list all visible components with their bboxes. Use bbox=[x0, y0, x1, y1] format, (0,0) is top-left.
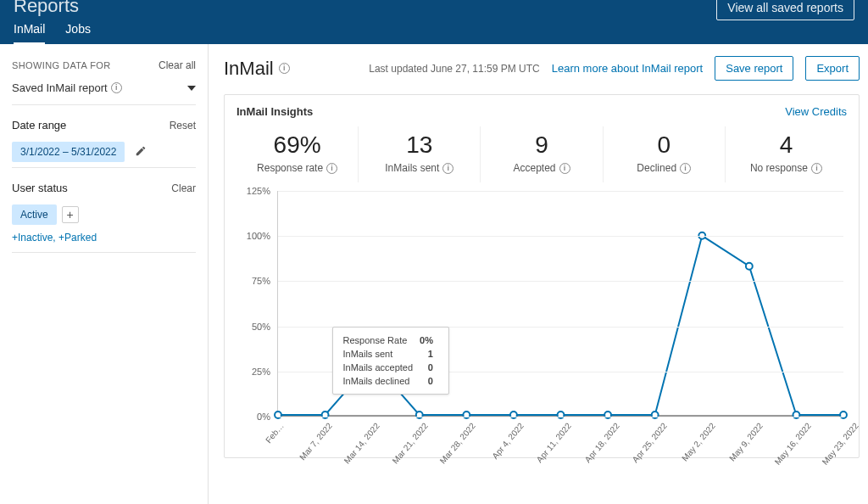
x-axis-tick: Apr 11, 2022 bbox=[535, 421, 573, 464]
showing-data-for-label: SHOWING DATA FOR bbox=[12, 60, 111, 70]
y-axis-tick: 25% bbox=[252, 367, 270, 377]
chevron-down-icon bbox=[187, 86, 196, 91]
info-icon[interactable]: i bbox=[442, 163, 453, 174]
learn-more-link[interactable]: Learn more about InMail report bbox=[552, 62, 703, 75]
svg-point-10 bbox=[746, 263, 753, 270]
metric-value: 9 bbox=[484, 132, 598, 159]
saved-report-dropdown[interactable]: Saved InMail report i bbox=[12, 76, 196, 99]
y-axis-tick: 75% bbox=[252, 276, 270, 286]
user-status-clear-link[interactable]: Clear bbox=[171, 182, 196, 194]
page-section-title: Reports bbox=[14, 0, 79, 17]
y-axis-tick: 100% bbox=[247, 231, 270, 241]
tab-inmail[interactable]: InMail bbox=[14, 15, 45, 44]
pencil-icon[interactable] bbox=[135, 145, 147, 160]
x-axis-tick: Apr 18, 2022 bbox=[582, 421, 620, 464]
add-status-button[interactable]: + bbox=[62, 206, 79, 223]
x-axis-tick: Feb… bbox=[264, 421, 286, 445]
metric-label: Declined bbox=[637, 162, 676, 174]
metric-label: Response rate bbox=[257, 162, 323, 174]
response-rate-chart: 0%25%50%75%100%125% Feb…Mar 7, 2022Mar 1… bbox=[236, 188, 847, 451]
panel-title: InMail Insights bbox=[236, 105, 313, 118]
metric-card: 13 InMails sent i bbox=[359, 126, 481, 182]
user-status-pill[interactable]: Active bbox=[12, 204, 57, 225]
x-axis-tick: May 9, 2022 bbox=[727, 421, 765, 462]
y-axis-tick: 0% bbox=[257, 412, 270, 422]
clear-all-link[interactable]: Clear all bbox=[159, 59, 196, 71]
metric-label: Accepted bbox=[513, 162, 555, 174]
x-axis-tick: May 16, 2022 bbox=[772, 421, 812, 467]
saved-report-label: Saved InMail report bbox=[12, 81, 108, 94]
y-axis-tick: 50% bbox=[252, 322, 270, 332]
info-icon[interactable]: i bbox=[811, 163, 822, 174]
divider bbox=[12, 167, 196, 168]
metric-label: InMails sent bbox=[385, 162, 439, 174]
divider bbox=[12, 252, 196, 253]
metric-value: 0 bbox=[607, 132, 721, 159]
metric-card: 4 No response i bbox=[726, 126, 847, 182]
filters-sidebar: SHOWING DATA FOR Clear all Saved InMail … bbox=[0, 44, 209, 504]
info-icon[interactable]: i bbox=[326, 163, 337, 174]
page-title: InMail bbox=[224, 58, 274, 80]
x-axis-tick: Apr 4, 2022 bbox=[490, 421, 526, 461]
x-axis-tick: Mar 28, 2022 bbox=[438, 421, 477, 465]
metric-label: No response bbox=[750, 162, 808, 174]
metric-card: 9 Accepted i bbox=[481, 126, 603, 182]
inactive-parked-link[interactable]: +Inactive, +Parked bbox=[12, 232, 97, 244]
divider bbox=[12, 104, 196, 105]
save-report-button[interactable]: Save report bbox=[715, 56, 793, 81]
view-all-saved-reports-button[interactable]: View all saved reports bbox=[716, 0, 854, 20]
x-axis-tick: May 23, 2022 bbox=[821, 421, 860, 467]
chart-tooltip: Response Rate0% InMails sent1 InMails ac… bbox=[332, 327, 449, 395]
info-icon[interactable]: i bbox=[680, 163, 691, 174]
x-axis-tick: Mar 21, 2022 bbox=[390, 421, 429, 465]
x-axis-tick: May 2, 2022 bbox=[680, 421, 717, 462]
metric-card: 69% Response rate i bbox=[236, 126, 359, 182]
date-range-pill[interactable]: 3/1/2022 – 5/31/2022 bbox=[12, 142, 125, 162]
metric-value: 69% bbox=[240, 132, 354, 159]
x-axis-tick: Apr 25, 2022 bbox=[631, 421, 669, 464]
metric-value: 13 bbox=[362, 132, 476, 159]
metric-value: 4 bbox=[729, 132, 843, 159]
view-credits-link[interactable]: View Credits bbox=[785, 105, 847, 118]
top-nav-bar: Reports View all saved reports InMail Jo… bbox=[0, 0, 868, 44]
y-axis-tick: 125% bbox=[247, 186, 270, 196]
info-icon: i bbox=[111, 82, 122, 93]
date-range-label: Date range bbox=[12, 119, 66, 132]
metrics-row: 69% Response rate i13 InMails sent i9 Ac… bbox=[236, 126, 847, 182]
x-axis-tick: Mar 14, 2022 bbox=[342, 421, 381, 465]
info-icon[interactable]: i bbox=[279, 63, 290, 74]
inmail-insights-panel: InMail Insights View Credits 69% Respons… bbox=[224, 94, 860, 458]
export-button[interactable]: Export bbox=[805, 56, 860, 81]
x-axis-tick: Mar 7, 2022 bbox=[298, 421, 334, 462]
info-icon[interactable]: i bbox=[559, 163, 570, 174]
user-status-label: User status bbox=[12, 182, 68, 194]
metric-card: 0 Declined i bbox=[604, 126, 726, 182]
last-updated-text: Last updated June 27, 11:59 PM UTC bbox=[369, 63, 539, 75]
main-content: InMail i Last updated June 27, 11:59 PM … bbox=[209, 44, 868, 504]
date-range-reset-link[interactable]: Reset bbox=[170, 120, 196, 132]
tab-jobs[interactable]: Jobs bbox=[65, 15, 91, 44]
